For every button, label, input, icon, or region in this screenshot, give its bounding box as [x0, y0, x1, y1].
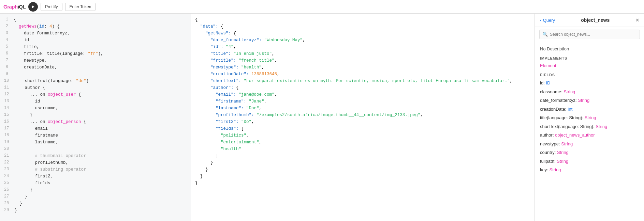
field-name: title(language: String) [540, 115, 582, 120]
field-name: fullpath [540, 159, 554, 164]
line-number: 17 [4, 125, 14, 132]
field-item[interactable]: id: ID [540, 80, 639, 86]
line-number: 20 [4, 146, 14, 153]
query-editor[interactable]: 1{2 getNews(id: 4) {3 date_formatterxyz,… [0, 14, 191, 221]
field-type[interactable]: Int [568, 107, 572, 112]
line-number: 16 [4, 119, 14, 125]
editor-line: 5 title, [4, 44, 187, 50]
line-number: 14 [4, 105, 14, 112]
field-type[interactable]: object_news_author [555, 132, 595, 138]
back-label[interactable]: Query [543, 18, 555, 23]
editor-line: 9 [4, 71, 187, 78]
line-content [14, 71, 187, 78]
editor-line: 20 [4, 146, 187, 153]
editor-line: 10 shortText(language: "de") [4, 78, 187, 84]
line-number: 27 [4, 193, 14, 200]
line-number: 24 [4, 173, 14, 180]
line-content: author { [14, 84, 187, 91]
field-type[interactable]: String [578, 98, 589, 103]
back-to-query-link[interactable]: ‹ Query [540, 17, 555, 23]
editor-line: 4 id [4, 37, 187, 44]
line-content: firstname [14, 132, 187, 139]
field-item[interactable]: key: String [540, 167, 639, 173]
field-item[interactable]: title(language: String): String [540, 114, 639, 121]
editor-line: 23 # substring operator [4, 166, 187, 173]
line-number: 26 [4, 187, 14, 193]
line-number: 28 [4, 200, 14, 207]
close-doc-button[interactable]: × [635, 17, 639, 23]
field-type[interactable]: String [564, 89, 575, 94]
line-content: } [14, 207, 187, 214]
field-type[interactable]: String [557, 150, 569, 155]
editor-line: 11 author { [4, 84, 187, 91]
search-input[interactable] [550, 32, 637, 37]
field-name: newstype [540, 141, 559, 146]
editor-line: 17 email [4, 125, 187, 132]
field-colon: : [555, 150, 557, 155]
editor-line: 14 username, [4, 105, 187, 112]
editor-content[interactable]: 1{2 getNews(id: 4) {3 date_formatterxyz,… [0, 16, 191, 214]
logo-text: iQL [18, 4, 26, 10]
line-content: title, [14, 44, 187, 50]
field-type[interactable]: ID [546, 80, 550, 85]
line-content: email [14, 125, 187, 132]
field-type[interactable]: String [557, 159, 568, 164]
editor-line: 29} [4, 207, 187, 214]
editor-line: 28 } [4, 200, 187, 207]
field-type[interactable]: String [549, 167, 561, 172]
line-number: 12 [4, 91, 14, 98]
editor-line: 13 id [4, 98, 187, 105]
field-colon: : [565, 107, 568, 112]
editor-line: 22 profilethumb, [4, 159, 187, 166]
field-item[interactable]: author: object_news_author [540, 132, 639, 139]
chevron-left-icon: ‹ [540, 17, 542, 23]
editor-line: 12 ... on object_user { [4, 91, 187, 98]
line-content: frtitle: title(language: "fr"), [14, 50, 187, 57]
line-number: 5 [4, 44, 14, 50]
editor-line: 3 date_formatterxyz, [4, 30, 187, 37]
line-content: date_formatterxyz, [14, 30, 187, 37]
field-name: creationDate [540, 107, 565, 112]
implements-element-link[interactable]: Element [540, 63, 639, 68]
field-item[interactable]: newstype: String [540, 141, 639, 147]
implements-section: IMPLEMENTS Element [540, 56, 639, 68]
line-number: 6 [4, 50, 14, 57]
line-number: 1 [4, 16, 14, 23]
svg-marker-0 [32, 5, 34, 8]
line-content: id [14, 37, 187, 44]
field-type[interactable]: String [585, 115, 596, 120]
editor-line: 1{ [4, 16, 187, 23]
line-content: getNews(id: 4) { [14, 23, 187, 30]
editor-line: 26 } [4, 187, 187, 193]
line-number: 23 [4, 166, 14, 173]
editor-line: 8 creationDate, [4, 64, 187, 71]
field-item[interactable]: classname: String [540, 89, 639, 95]
field-type[interactable]: String [561, 141, 573, 146]
enter-token-button[interactable]: Enter Token [65, 3, 96, 11]
editor-line: 15 } [4, 112, 187, 119]
line-content: username, [14, 105, 187, 112]
doc-search-area: 🔍 [535, 27, 644, 42]
line-content: ... on object_person { [14, 119, 187, 125]
field-item[interactable]: country: String [540, 149, 639, 156]
field-name: author [540, 132, 553, 138]
field-item[interactable]: creationDate: Int [540, 106, 639, 113]
field-name: id [540, 80, 543, 85]
editor-line: 25 fields [4, 180, 187, 187]
editor-line: 7 newstype, [4, 57, 187, 64]
field-type[interactable]: String [596, 124, 607, 129]
editor-line: 6 frtitle: title(language: "fr"), [4, 50, 187, 57]
doc-header: ‹ Query object_news × [535, 14, 644, 27]
field-item[interactable]: fullpath: String [540, 158, 639, 165]
field-item[interactable]: shortText(language: String): String [540, 123, 639, 130]
line-number: 22 [4, 159, 14, 166]
field-item[interactable]: date_formatterxyz: String [540, 97, 639, 104]
run-button[interactable] [28, 2, 38, 12]
line-content [14, 146, 187, 153]
line-number: 13 [4, 98, 14, 105]
line-content: newstype, [14, 57, 187, 64]
line-content: # substring operator [14, 166, 187, 173]
doc-type-name: object_news [581, 17, 610, 23]
line-number: 18 [4, 132, 14, 139]
prettify-button[interactable]: Prettify [41, 3, 62, 11]
